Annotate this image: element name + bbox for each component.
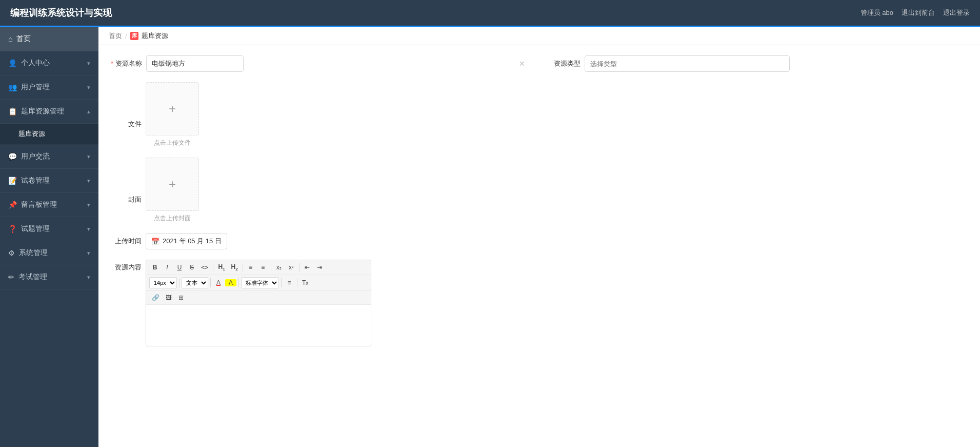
toolbar-superscript[interactable]: x² xyxy=(286,263,297,272)
logout-link[interactable]: 退出登录 xyxy=(943,8,970,17)
toolbar-outdent[interactable]: ⇤ xyxy=(302,263,313,272)
form-row-1: * 资源名称 ✕ 资源类型 xyxy=(111,55,968,72)
sidebar-item-exam-mgmt[interactable]: 📝 试卷管理 ▾ xyxy=(0,169,98,193)
chevron-down-icon-7: ▾ xyxy=(87,250,90,257)
user-exchange-icon: 💬 xyxy=(8,152,17,161)
toolbar-image[interactable]: 🖼 xyxy=(163,293,174,302)
editor-toolbar-row2: 14px 12px 16px 18px 文本 A A xyxy=(146,275,371,291)
file-upload-hint: 点击上传文件 xyxy=(146,139,199,147)
toolbar-align[interactable]: ≡ xyxy=(284,278,295,287)
main-layout: ⌂ 首页 👤 个人中心 ▾ 👥 用户管理 ▾ 📋 题库资源管理 ▴ xyxy=(0,27,980,447)
sidebar-item-question-bank[interactable]: 📋 题库资源管理 ▴ xyxy=(0,100,98,124)
toolbar-subscript[interactable]: x₂ xyxy=(273,263,285,272)
toolbar-font-bg[interactable]: A xyxy=(225,279,236,286)
chevron-down-icon-4: ▾ xyxy=(87,178,90,184)
user-mgmt-icon: 👥 xyxy=(8,83,17,91)
breadcrumb-section: 题库资源 xyxy=(142,31,168,41)
toolbar-code[interactable]: <> xyxy=(198,263,211,272)
toolbar-link[interactable]: 🔗 xyxy=(149,293,162,302)
file-label: 文件 xyxy=(111,101,142,129)
file-upload-box[interactable]: + xyxy=(146,82,199,135)
toolbar-sep-4 xyxy=(299,263,299,272)
toolbar-sep-2 xyxy=(243,263,243,272)
chevron-down-icon-8: ▾ xyxy=(87,274,90,281)
breadcrumb: 首页 / 库 题库资源 xyxy=(98,27,980,45)
breadcrumb-badge: 库 xyxy=(130,32,138,40)
file-upload-section: 文件 + 点击上传文件 xyxy=(111,82,199,147)
toolbar-bold[interactable]: B xyxy=(149,263,161,272)
sidebar-item-system-mgmt[interactable]: ⚙ 系统管理 ▾ xyxy=(0,241,98,265)
sidebar-label-test-mgmt: 考试管理 xyxy=(18,273,47,282)
user-info: 管理员 abo xyxy=(861,8,893,17)
toolbar-ul[interactable]: ≡ xyxy=(257,263,269,272)
upload-time-label: 上传时间 xyxy=(111,237,142,246)
sidebar-sub-question-bank: 题库资源 xyxy=(0,124,98,145)
toolbar-h1[interactable]: H1 xyxy=(215,262,227,273)
toolbar-text-style-select[interactable]: 文本 xyxy=(182,277,208,288)
sidebar: ⌂ 首页 👤 个人中心 ▾ 👥 用户管理 ▾ 📋 题库资源管理 ▴ xyxy=(0,27,98,447)
upload-time-picker[interactable]: 📅 2021 年 05 月 15 日 xyxy=(146,233,227,249)
form-row-file: 文件 + 点击上传文件 xyxy=(111,82,968,147)
board-mgmt-icon: 📌 xyxy=(8,201,17,209)
toolbar-table[interactable]: ⊞ xyxy=(175,293,187,302)
chevron-down-icon-6: ▾ xyxy=(87,226,90,232)
sidebar-sub-item-question-resource[interactable]: 题库资源 xyxy=(0,124,98,145)
breadcrumb-home[interactable]: 首页 xyxy=(109,31,122,41)
editor-content-area[interactable] xyxy=(146,305,371,346)
toolbar-h2[interactable]: H2 xyxy=(229,262,241,273)
chevron-down-icon-3: ▾ xyxy=(87,153,90,160)
upload-time-value: 2021 年 05 月 15 日 xyxy=(163,237,222,246)
personal-icon: 👤 xyxy=(8,59,17,67)
top-header: 编程训练系统设计与实现 管理员 abo 退出到前台 退出登录 xyxy=(0,0,980,26)
chevron-down-icon-2: ▾ xyxy=(87,84,90,91)
sidebar-item-user-mgmt[interactable]: 👥 用户管理 ▾ xyxy=(0,75,98,100)
cover-upload-col: + 点击上传封面 xyxy=(146,158,199,223)
resource-type-input[interactable] xyxy=(585,55,790,72)
toolbar-indent[interactable]: ⇥ xyxy=(314,263,325,272)
question-bank-icon: 📋 xyxy=(8,107,17,115)
sidebar-item-personal[interactable]: 👤 个人中心 ▾ xyxy=(0,51,98,75)
sidebar-item-board-mgmt[interactable]: 📌 留言板管理 ▾ xyxy=(0,193,98,217)
sidebar-item-test-mgmt[interactable]: ✏ 考试管理 ▾ xyxy=(0,265,98,289)
cover-upload-hint: 点击上传封面 xyxy=(146,214,199,223)
cover-upload-section: 封面 + 点击上传封面 xyxy=(111,158,199,223)
resource-content-editor: B I U S <> H1 H2 ≡ ≡ x₂ x² xyxy=(146,260,371,346)
calendar-icon: 📅 xyxy=(151,238,159,245)
file-upload-col: + 点击上传文件 xyxy=(146,82,199,147)
form-row-upload-time: 上传时间 📅 2021 年 05 月 15 日 xyxy=(111,233,968,249)
back-to-frontend-link[interactable]: 退出到前台 xyxy=(902,8,935,17)
breadcrumb-sep: / xyxy=(125,32,127,40)
sidebar-item-question-mgmt[interactable]: ❓ 试题管理 ▾ xyxy=(0,217,98,241)
sidebar-item-user-exchange[interactable]: 💬 用户交流 ▾ xyxy=(0,145,98,169)
question-mgmt-icon: ❓ xyxy=(8,225,17,233)
system-mgmt-icon: ⚙ xyxy=(8,249,15,257)
editor-toolbar-row3: 🔗 🖼 ⊞ xyxy=(146,291,371,305)
exam-mgmt-icon: 📝 xyxy=(8,177,17,185)
sidebar-label-exam-mgmt: 试卷管理 xyxy=(21,176,50,185)
toolbar-underline[interactable]: U xyxy=(174,263,185,272)
toolbar-font-size-select[interactable]: 14px 12px 16px 18px xyxy=(149,277,177,288)
cover-upload-box[interactable]: + xyxy=(146,158,199,211)
resource-content-label: 资源内容 xyxy=(111,260,142,272)
toolbar-strikethrough[interactable]: S xyxy=(186,263,197,272)
toolbar-ol[interactable]: ≡ xyxy=(245,263,256,272)
app-title: 编程训练系统设计与实现 xyxy=(10,7,112,19)
form-container: * 资源名称 ✕ 资源类型 文件 + xyxy=(98,45,980,447)
editor-toolbar: B I U S <> H1 H2 ≡ ≡ x₂ x² xyxy=(146,260,371,275)
toolbar-font-family-select[interactable]: 标准字体 xyxy=(241,277,279,288)
toolbar-sep-7 xyxy=(238,278,239,287)
resource-name-input[interactable] xyxy=(146,55,244,72)
toolbar-font-color[interactable]: A xyxy=(213,278,224,287)
chevron-up-icon: ▴ xyxy=(87,108,90,115)
toolbar-clear-format[interactable]: Tx xyxy=(299,278,311,287)
toolbar-italic[interactable]: I xyxy=(162,263,173,272)
sidebar-label-system-mgmt: 系统管理 xyxy=(19,248,48,258)
sidebar-label-question-mgmt: 试题管理 xyxy=(21,224,50,234)
required-star: * xyxy=(111,60,113,67)
chevron-down-icon: ▾ xyxy=(87,60,90,67)
clear-icon[interactable]: ✕ xyxy=(519,60,525,68)
sidebar-item-home[interactable]: ⌂ 首页 xyxy=(0,27,98,51)
resource-content-row: 资源内容 B I U S <> H1 H2 ≡ ≡ xyxy=(111,260,968,346)
test-mgmt-icon: ✏ xyxy=(8,273,14,281)
upload-time-field: 上传时间 📅 2021 年 05 月 15 日 xyxy=(111,233,968,249)
